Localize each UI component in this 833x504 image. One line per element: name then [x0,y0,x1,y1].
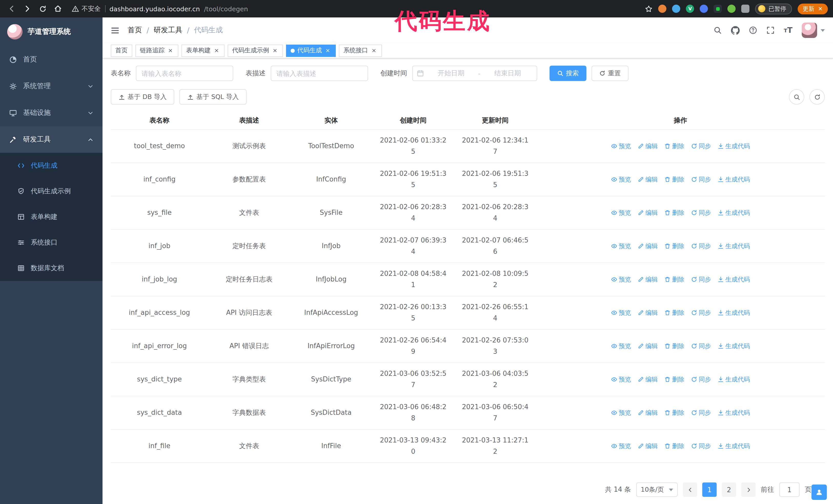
date-end-placeholder[interactable]: 结束日期 [483,69,532,78]
browser-forward-button[interactable] [21,2,34,16]
extension-icon-terminal[interactable] [714,5,722,13]
app-logo[interactable]: 芋道管理系统 [0,18,102,46]
edit-action[interactable]: 编辑 [638,240,658,251]
close-icon[interactable]: × [272,47,278,54]
generate-code-action[interactable]: 生成代码 [718,173,750,185]
delete-action[interactable]: 删除 [664,307,684,318]
delete-action[interactable]: 删除 [664,173,684,185]
date-start-placeholder[interactable]: 开始日期 [426,69,476,78]
sync-action[interactable]: 同步 [691,173,711,185]
sync-action[interactable]: 同步 [691,307,711,318]
tab-form-builder[interactable]: 表单构建× [182,44,224,57]
sidebar-item-form-builder[interactable]: 表单构建 [0,204,102,230]
preview-action[interactable]: 预览 [611,240,631,251]
sidebar-item-api[interactable]: 系统接口 [0,230,102,255]
page-button-2[interactable]: 2 [722,482,736,497]
bookmark-star-icon[interactable] [645,5,653,13]
breadcrumb-home[interactable]: 首页 [128,26,142,35]
extension-icon-leaf[interactable] [728,5,736,13]
sidebar-item-system[interactable]: 系统管理 [0,73,102,99]
sidebar-item-home[interactable]: 首页 [0,46,102,73]
sidebar-item-codegen[interactable]: 代码生成 [0,153,102,178]
preview-action[interactable]: 预览 [611,440,631,452]
extension-icon-fox[interactable] [659,5,667,13]
preview-action[interactable]: 预览 [611,140,631,151]
floating-widget-button[interactable] [811,484,827,500]
generate-code-action[interactable]: 生成代码 [718,240,750,251]
generate-code-action[interactable]: 生成代码 [718,273,750,285]
extension-icon-people[interactable] [700,5,708,13]
preview-action[interactable]: 预览 [611,374,631,385]
tab-tracing[interactable]: 链路追踪× [135,44,178,57]
sidebar-item-infrastructure[interactable]: 基础设施 [0,99,102,126]
preview-action[interactable]: 预览 [611,207,631,218]
edit-action[interactable]: 编辑 [638,407,658,418]
profile-paused-badge[interactable]: 已暂停 [755,3,792,14]
delete-action[interactable]: 删除 [664,240,684,251]
delete-action[interactable]: 删除 [664,140,684,151]
sync-action[interactable]: 同步 [691,440,711,452]
extension-icon-drop[interactable] [672,5,681,13]
edit-action[interactable]: 编辑 [638,374,658,385]
edit-action[interactable]: 编辑 [638,207,658,218]
sync-action[interactable]: 同步 [691,240,711,251]
search-button[interactable]: 搜索 [549,66,587,81]
extension-icon-check[interactable]: V [686,5,694,13]
delete-action[interactable]: 删除 [664,374,684,385]
sync-action[interactable]: 同步 [691,374,711,385]
delete-action[interactable]: 删除 [664,407,684,418]
page-button-1[interactable]: 1 [702,482,717,497]
table-name-input[interactable] [136,66,233,81]
goto-page-input[interactable] [779,482,800,497]
edit-action[interactable]: 编辑 [638,273,658,285]
generate-code-action[interactable]: 生成代码 [718,407,750,418]
user-menu[interactable] [802,23,825,38]
import-sql-button[interactable]: 基于 SQL 导入 [180,89,246,104]
sidebar-item-devtools[interactable]: 研发工具 [0,126,102,153]
tab-codegen-example[interactable]: 代码生成示例× [228,44,283,57]
close-icon[interactable]: × [325,47,331,54]
toggle-search-button[interactable] [789,89,804,104]
sync-action[interactable]: 同步 [691,140,711,151]
close-icon[interactable]: ✕ [818,5,823,12]
preview-action[interactable]: 预览 [611,307,631,318]
preview-action[interactable]: 预览 [611,340,631,352]
generate-code-action[interactable]: 生成代码 [718,307,750,318]
delete-action[interactable]: 删除 [664,340,684,352]
sidebar-item-db-doc[interactable]: 数据库文档 [0,255,102,281]
date-range-picker[interactable]: 开始日期 - 结束日期 [412,66,537,81]
preview-action[interactable]: 预览 [611,407,631,418]
sync-action[interactable]: 同步 [691,407,711,418]
breadcrumb-devtools[interactable]: 研发工具 [153,26,182,35]
generate-code-action[interactable]: 生成代码 [718,374,750,385]
fullscreen-button[interactable] [766,26,775,34]
generate-code-action[interactable]: 生成代码 [718,140,750,151]
browser-reload-button[interactable] [36,2,49,16]
sidebar-toggle[interactable] [111,26,119,34]
generate-code-action[interactable]: 生成代码 [718,440,750,452]
close-icon[interactable]: × [371,47,377,54]
generate-code-action[interactable]: 生成代码 [718,207,750,218]
browser-back-button[interactable] [5,2,19,16]
sync-action[interactable]: 同步 [691,273,711,285]
page-size-select[interactable]: 10条/页 [636,482,678,497]
refresh-table-button[interactable] [809,89,825,104]
header-search-button[interactable] [714,26,722,34]
delete-action[interactable]: 删除 [664,207,684,218]
delete-action[interactable]: 删除 [664,440,684,452]
close-icon[interactable]: × [213,47,220,54]
extension-icon-puzzle[interactable] [741,5,750,13]
sidebar-item-codegen-example[interactable]: 代码生成示例 [0,178,102,204]
edit-action[interactable]: 编辑 [638,140,658,151]
preview-action[interactable]: 预览 [611,173,631,185]
sync-action[interactable]: 同步 [691,207,711,218]
tab-codegen[interactable]: 代码生成× [286,44,336,57]
browser-update-button[interactable]: 更新 ✕ [798,3,828,14]
edit-action[interactable]: 编辑 [638,173,658,185]
reset-button[interactable]: 重置 [592,66,628,81]
sync-action[interactable]: 同步 [691,340,711,352]
browser-home-button[interactable] [51,2,65,16]
edit-action[interactable]: 编辑 [638,440,658,452]
tab-api[interactable]: 系统接口× [339,44,382,57]
generate-code-action[interactable]: 生成代码 [718,340,750,352]
